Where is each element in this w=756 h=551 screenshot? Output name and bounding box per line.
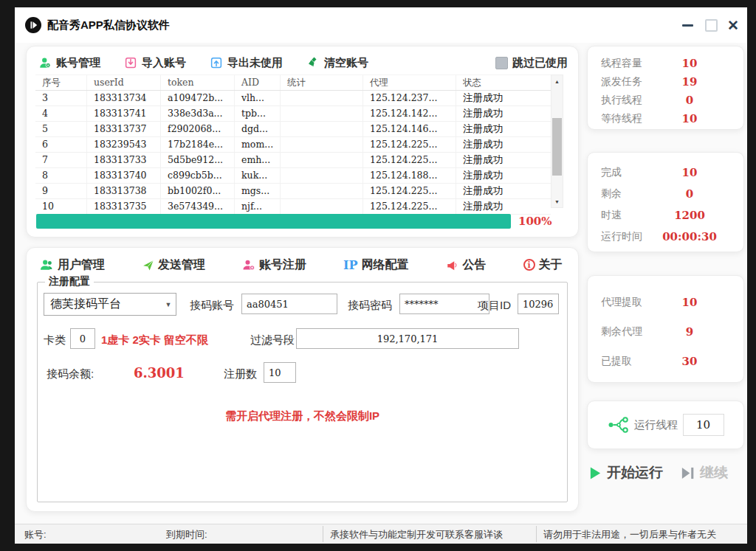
- code-password-label: 接码密码: [348, 299, 392, 313]
- table-scrollbar[interactable]: ▲ ▼: [551, 74, 563, 208]
- cell-seq: 9: [35, 184, 87, 198]
- minimize-button[interactable]: [675, 7, 700, 43]
- skip-used-label: 跳过已使用: [512, 56, 568, 70]
- stat-label: 完成: [601, 166, 654, 179]
- col-stats[interactable]: 统计: [281, 75, 363, 90]
- tab-label: 用户管理: [58, 257, 105, 273]
- cell-userid: 183313740: [87, 168, 161, 183]
- table-row[interactable]: 4183313741338e3d3a...tpb...125.124.142..…: [35, 106, 551, 122]
- export-unused-button[interactable]: 导出未使用: [210, 56, 283, 70]
- status-expire-label: 到期时间:: [166, 528, 207, 541]
- continue-button[interactable]: 继续: [681, 463, 728, 482]
- start-run-label: 开始运行: [607, 463, 663, 482]
- stat-value: 10: [654, 57, 725, 70]
- cell-aid: dgd...: [235, 122, 281, 136]
- skip-used-checkbox[interactable]: [495, 57, 508, 69]
- table-row[interactable]: 9183313738bb1002f0...mgs...125.124.225..…: [35, 184, 551, 199]
- col-proxy[interactable]: 代理: [363, 75, 456, 90]
- cell-aid: emh...: [235, 153, 281, 167]
- cell-seq: 7: [35, 153, 87, 167]
- statusbar-divider: [323, 526, 323, 542]
- accounts-panel: 账号管理 导入账号 导出未使用 清空账号: [26, 46, 579, 238]
- skip-used-toggle[interactable]: 跳过已使用: [495, 56, 568, 70]
- col-status[interactable]: 状态: [456, 75, 551, 90]
- scroll-down-icon[interactable]: ▼: [551, 196, 563, 207]
- filter-input[interactable]: [296, 328, 519, 349]
- continue-label: 继续: [700, 463, 728, 482]
- cell-seq: 6: [35, 137, 87, 152]
- card-type-hint: 1虚卡 2实卡 留空不限: [101, 333, 208, 347]
- ip-icon: IP: [343, 258, 358, 272]
- close-button[interactable]: ✕: [721, 7, 746, 43]
- window-title: 配音秀APP私信协议软件: [47, 18, 170, 32]
- cell-stats: [281, 168, 363, 183]
- import-accounts-button[interactable]: 导入账号: [124, 56, 186, 70]
- cell-status: 注册成功: [456, 168, 551, 183]
- cell-seq: 10: [35, 199, 87, 214]
- stat-value: 10: [654, 296, 725, 309]
- app-window: 配音秀APP私信协议软件 ✕ 账号管理 导入账号: [15, 7, 747, 544]
- cell-stats: [281, 153, 363, 167]
- tab-label: 公告: [463, 257, 487, 273]
- table-row[interactable]: 3183313734a109472b...vlh...125.124.237..…: [35, 91, 551, 106]
- status-disclaimer-text: 请勿用于非法用途，一切后果与作者无关: [543, 528, 716, 541]
- stat-value: 9: [654, 325, 725, 339]
- cell-token: a109472b...: [161, 91, 235, 105]
- code-account-input[interactable]: [241, 294, 337, 314]
- play-pause-icon: [681, 466, 695, 480]
- stat-label: 运行时间: [601, 230, 654, 243]
- start-run-button[interactable]: 开始运行: [589, 463, 663, 482]
- run-controls: 开始运行 继续: [589, 463, 746, 482]
- register-count-input[interactable]: [264, 362, 296, 383]
- cell-token: 17b2184e...: [161, 137, 235, 152]
- cell-aid: vlh...: [235, 91, 281, 105]
- cell-proxy: 125.124.142...: [363, 106, 456, 121]
- table-row[interactable]: 8183313740c899cb5b...kuk...125.124.188..…: [35, 168, 551, 184]
- sms-platform-select[interactable]: 德芙接码平台 ▼: [44, 293, 176, 316]
- users-icon: [40, 259, 54, 271]
- title-bar: 配音秀APP私信协议软件 ✕: [15, 7, 747, 43]
- card-type-input[interactable]: [70, 328, 95, 349]
- cell-userid: 183313734: [87, 91, 161, 105]
- tab-announcement[interactable]: 公告: [446, 257, 487, 273]
- stat-label: 剩余代理: [601, 325, 654, 339]
- tab-bar: 用户管理 发送管理 账号注册 IP 网络配置: [40, 255, 569, 274]
- cell-aid: mom...: [235, 137, 281, 152]
- branch-network-icon: [608, 415, 630, 434]
- status-bar: 账号: 到期时间: 承接软件与功能定制开发可联系客服详谈 请勿用于非法用途，一切…: [15, 524, 747, 544]
- table-row[interactable]: 618323954317b2184e...mom...125.124.225..…: [35, 137, 551, 153]
- scrollbar-thumb[interactable]: [552, 118, 562, 176]
- statusbar-divider: [536, 526, 537, 542]
- cell-aid: mgs...: [235, 184, 281, 198]
- tab-network-config[interactable]: IP 网络配置: [343, 257, 409, 273]
- table-row[interactable]: 101833137353e574349...njf...125.124.225.…: [35, 199, 551, 215]
- scroll-up-icon[interactable]: ▲: [551, 76, 563, 86]
- tab-account-register[interactable]: 账号注册: [242, 257, 306, 273]
- tab-about[interactable]: i 关于: [523, 257, 563, 273]
- info-icon: i: [523, 259, 535, 271]
- project-id-input[interactable]: [518, 294, 559, 314]
- table-row[interactable]: 71833137335d5be912...emh...125.124.225..…: [35, 153, 551, 168]
- cell-proxy: 125.124.237...: [363, 91, 456, 105]
- status-contact-text: 承接软件与功能定制开发可联系客服详谈: [330, 528, 503, 541]
- account-manage-label: 账号管理: [56, 56, 100, 70]
- run-thread-card: 运行线程: [587, 401, 744, 449]
- stat-value: 30: [654, 355, 725, 368]
- tab-user-manage[interactable]: 用户管理: [40, 257, 105, 273]
- table-row[interactable]: 5183313737f2902068...dgd...125.124.146..…: [35, 122, 551, 137]
- col-seq[interactable]: 序号: [35, 75, 87, 90]
- cell-userid: 183313735: [87, 199, 161, 214]
- broom-icon: [306, 56, 320, 69]
- col-userid[interactable]: userId: [87, 75, 161, 90]
- progress-bar: [36, 214, 511, 229]
- clear-accounts-button[interactable]: 清空账号: [306, 56, 368, 70]
- tab-label: 发送管理: [158, 257, 205, 273]
- sms-platform-value: 德芙接码平台: [44, 297, 161, 312]
- account-manage-button[interactable]: 账号管理: [38, 56, 100, 70]
- maximize-button[interactable]: [698, 7, 724, 43]
- run-thread-input[interactable]: [683, 414, 724, 436]
- tab-send-manage[interactable]: 发送管理: [142, 257, 205, 273]
- code-password-input[interactable]: [399, 294, 489, 314]
- col-aid[interactable]: AID: [235, 75, 281, 90]
- col-token[interactable]: token: [161, 75, 235, 90]
